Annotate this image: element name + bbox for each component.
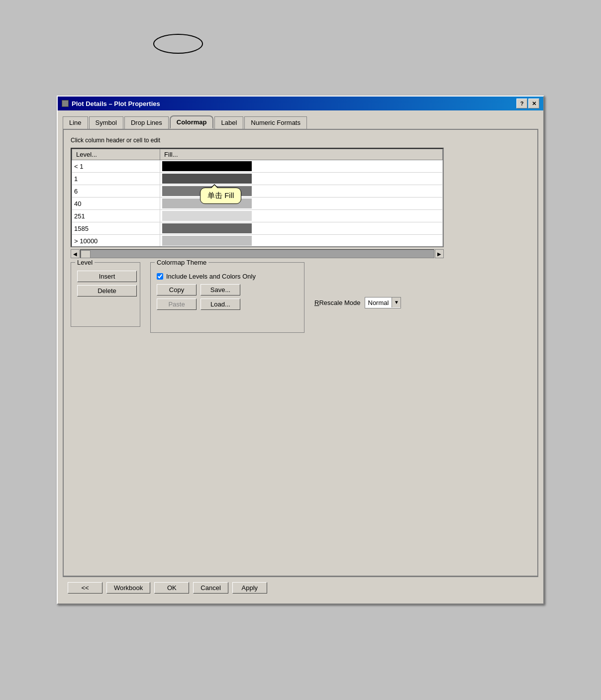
table-row[interactable]: 1585: [72, 222, 443, 235]
rescale-label: RRescale Mode: [314, 299, 361, 306]
include-levels-row: Include Levels and Colors Only: [157, 273, 298, 280]
color-table: Level... Fill... < 116402511585> 10000: [72, 149, 443, 247]
col-header-level[interactable]: Level...: [72, 149, 160, 160]
title-bar-left: Plot Details – Plot Properties: [62, 100, 160, 107]
table-row[interactable]: < 1: [72, 160, 443, 173]
color-swatch: [162, 174, 252, 184]
cell-level[interactable]: 40: [72, 198, 160, 210]
include-levels-checkbox[interactable]: [157, 273, 163, 280]
level-group-label: Level: [75, 259, 95, 266]
level-group: Level Insert Delete: [71, 262, 140, 327]
tab-line[interactable]: Line: [63, 116, 88, 130]
cell-level[interactable]: 1: [72, 173, 160, 185]
rescale-value: Normal: [365, 298, 392, 308]
scroll-right-btn[interactable]: ▶: [435, 249, 444, 258]
cell-level[interactable]: < 1: [72, 160, 160, 173]
ok-button[interactable]: OK: [154, 582, 189, 594]
tabs-row: Line Symbol Drop Lines Colormap Label Nu…: [63, 115, 538, 129]
cell-level[interactable]: 1585: [72, 222, 160, 235]
workbook-button[interactable]: Workbook: [106, 582, 150, 594]
level-group-content: Insert Delete: [77, 271, 137, 297]
color-swatch: [162, 161, 252, 171]
paste-button[interactable]: Paste: [157, 299, 197, 310]
tab-symbol[interactable]: Symbol: [89, 116, 123, 130]
back-button[interactable]: <<: [68, 582, 102, 594]
tab-annotation: [153, 34, 203, 54]
colormap-theme-label: Colormap Theme: [155, 259, 208, 266]
table-row[interactable]: 1: [72, 173, 443, 185]
tab-drop-lines[interactable]: Drop Lines: [124, 116, 169, 130]
scroll-thumb[interactable]: [81, 250, 91, 258]
save-button[interactable]: Save...: [200, 284, 240, 296]
rescale-section: RRescale Mode Normal ▼: [314, 272, 401, 333]
window-title: Plot Details – Plot Properties: [72, 100, 160, 107]
tab-colormap[interactable]: Colormap: [170, 115, 214, 129]
title-buttons: ? ✕: [516, 99, 539, 108]
table-row[interactable]: > 10000: [72, 235, 443, 247]
rescale-dropdown[interactable]: Normal ▼: [365, 297, 401, 308]
copy-button[interactable]: Copy: [157, 284, 197, 296]
callout-bubble: 单击 Fill: [200, 188, 241, 204]
close-button[interactable]: ✕: [528, 99, 539, 108]
color-table-container[interactable]: Level... Fill... < 116402511585> 10000: [71, 148, 444, 247]
apply-button[interactable]: Apply: [232, 582, 267, 594]
tab-numeric-formats[interactable]: Numeric Formats: [244, 116, 307, 130]
paste-load-row: Paste Load...: [157, 299, 298, 310]
col-header-fill[interactable]: Fill...: [160, 149, 443, 160]
delete-button[interactable]: Delete: [77, 285, 137, 297]
dropdown-arrow-icon[interactable]: ▼: [392, 298, 401, 307]
instruction-text: Click column header or cell to edit: [71, 137, 530, 144]
table-row[interactable]: 251: [72, 210, 443, 222]
cell-fill[interactable]: [160, 173, 443, 185]
color-swatch: [162, 236, 252, 246]
color-swatch: [162, 223, 252, 233]
load-button[interactable]: Load...: [200, 299, 240, 310]
cell-fill[interactable]: [160, 160, 443, 173]
cancel-button[interactable]: Cancel: [193, 582, 228, 594]
color-swatch: [162, 211, 252, 221]
colormap-theme-group: Colormap Theme Include Levels and Colors…: [150, 262, 304, 333]
main-window: Plot Details – Plot Properties ? ✕ Line …: [57, 96, 544, 604]
title-bar: Plot Details – Plot Properties ? ✕: [58, 97, 543, 110]
copy-save-row: Copy Save...: [157, 284, 298, 296]
tab-label[interactable]: Label: [214, 116, 243, 130]
cell-fill[interactable]: [160, 210, 443, 222]
cell-level[interactable]: > 10000: [72, 235, 160, 247]
bottom-bar: << Workbook OK Cancel Apply: [63, 577, 538, 599]
scroll-track[interactable]: [80, 249, 434, 258]
include-levels-label: Include Levels and Colors Only: [166, 273, 256, 280]
scroll-left-btn[interactable]: ◀: [71, 249, 80, 258]
tab-content: Click column header or cell to edit Leve…: [63, 129, 538, 577]
help-button[interactable]: ?: [516, 99, 527, 108]
horizontal-scrollbar[interactable]: ◀ ▶: [71, 249, 444, 258]
table-row[interactable]: 6: [72, 185, 443, 198]
insert-button[interactable]: Insert: [77, 271, 137, 282]
cell-fill[interactable]: [160, 222, 443, 235]
table-row[interactable]: 40: [72, 198, 443, 210]
cell-level[interactable]: 6: [72, 185, 160, 198]
cell-level[interactable]: 251: [72, 210, 160, 222]
cell-fill[interactable]: [160, 235, 443, 247]
window-body: Line Symbol Drop Lines Colormap Label Nu…: [58, 110, 543, 603]
lower-section: Level Insert Delete Colormap Theme Inclu…: [71, 262, 530, 333]
window-icon: [62, 100, 69, 107]
